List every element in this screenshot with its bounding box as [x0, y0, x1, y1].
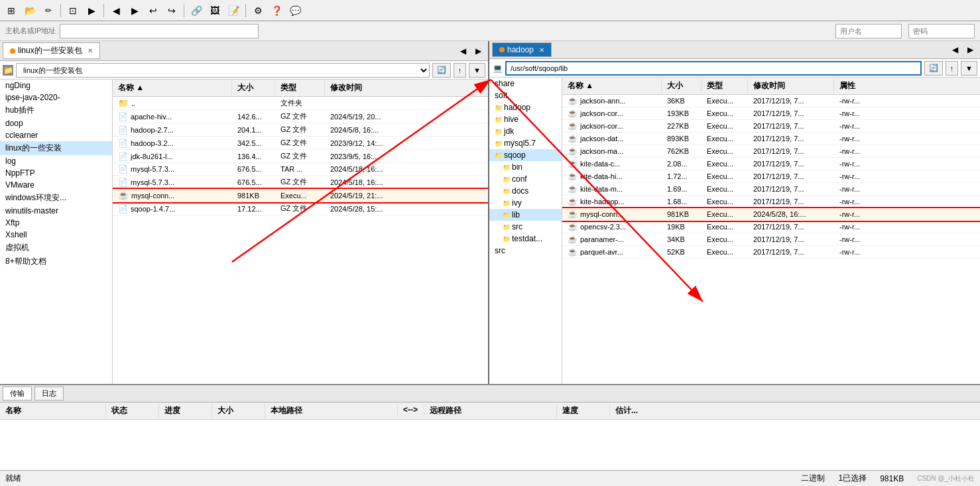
right-tab-active[interactable]: hadoop ✕: [492, 42, 552, 57]
left-sidebar-item-log[interactable]: log: [0, 155, 112, 167]
right-file-row-parquet[interactable]: ☕parquet-avr... 52KB Execu... 2017/12/19…: [562, 246, 980, 259]
toolbar-btn-connect[interactable]: ↪: [163, 2, 180, 19]
toolbar-btn-open[interactable]: 📂: [21, 2, 38, 19]
left-sidebar-item-xshell[interactable]: Xshell: [0, 229, 112, 241]
toolbar-btn-play[interactable]: ▶: [83, 2, 100, 19]
left-sidebar-item-vmware[interactable]: VMware: [0, 179, 112, 191]
toolbar-btn-link[interactable]: 🔗: [188, 2, 205, 19]
right-file-row-kite-data-m[interactable]: ☕kite-data-m... 1.69... Execu... 2017/12…: [562, 183, 980, 196]
toolbar-btn-refresh[interactable]: ↩: [145, 2, 162, 19]
right-path-menu[interactable]: ▼: [961, 61, 977, 76]
left-sidebar-item-linux[interactable]: linux的一些安装: [0, 141, 112, 155]
right-sidebar-soft[interactable]: soft: [489, 90, 562, 101]
right-sidebar-src2[interactable]: src: [489, 245, 562, 257]
right-file-row-paranamer[interactable]: ☕paranamer-... 34KB Execu... 2017/12/19,…: [562, 233, 980, 246]
left-path-dropdown[interactable]: linux的一些安装包: [16, 63, 430, 78]
right-sidebar-jdk[interactable]: 📁jdk: [489, 125, 562, 137]
right-col-modified[interactable]: 修改时间: [748, 79, 834, 93]
left-file-row-mysql-conn[interactable]: ☕mysql-conn... 981KB Execu... 2024/5/19,…: [113, 189, 488, 202]
transfer-tab-transfer[interactable]: 传输: [3, 387, 32, 400]
left-path-up[interactable]: ↑: [454, 63, 467, 78]
toolbar-btn-back[interactable]: ◀: [107, 2, 125, 19]
left-sidebar-item-vm[interactable]: 虚拟机: [0, 241, 112, 255]
right-file-row-jackson-cor1[interactable]: ☕jackson-cor... 193KB Execu... 2017/12/1…: [562, 107, 980, 120]
right-sidebar-share[interactable]: share: [489, 78, 562, 90]
right-sidebar-conf[interactable]: 📁conf: [489, 173, 562, 185]
left-file-row-hadoop32[interactable]: 📄hadoop-3.2... 342.5... GZ 文件 2023/9/12,…: [113, 137, 488, 150]
left-sidebar-item-hub[interactable]: hub插件: [0, 103, 112, 117]
right-file-row-jackson-dat[interactable]: ☕jackson-dat... 893KB Execu... 2017/12/1…: [562, 133, 980, 145]
right-sidebar-mysql57[interactable]: 📁mysql5.7: [489, 137, 562, 149]
right-path-input[interactable]: [505, 61, 922, 76]
left-col-type[interactable]: 类型: [275, 81, 325, 95]
left-file-row-hadoop27[interactable]: 📄hadoop-2.7... 204.1... GZ 文件 2024/5/8, …: [113, 123, 488, 137]
right-sidebar[interactable]: share soft 📁hadoop 📁hive 📁jdk 📁mysql5.7 …: [489, 78, 562, 384]
main-toolbar: ⊞ 📂 ✏ ⊡ ▶ ◀ ▶ ↩ ↪ 🔗 🖼 📝 ⚙ ❓ 💬: [0, 0, 980, 21]
toolbar-btn-chat[interactable]: 💬: [286, 2, 304, 19]
transfer-tab-log[interactable]: 日志: [34, 387, 64, 400]
left-path-menu[interactable]: ▼: [469, 63, 485, 78]
right-sidebar-testdat[interactable]: 📁testdat...: [489, 233, 562, 245]
right-file-row-kite-data-c[interactable]: ☕kite-data-c... 2.08... Execu... 2017/12…: [562, 158, 980, 170]
right-path-refresh[interactable]: 🔄: [924, 61, 943, 76]
left-sidebar-item-ngding[interactable]: ngDing: [0, 80, 112, 91]
right-file-row-kite-data-hi[interactable]: ☕kite-data-hi... 1.72... Execu... 2017/1…: [562, 170, 980, 183]
left-file-row-mysql-gz[interactable]: 📄mysql-5.7.3... 676.5... GZ 文件 2024/5/18…: [113, 176, 488, 189]
right-sidebar-src[interactable]: 📁src: [489, 221, 562, 233]
right-col-attr[interactable]: 属性: [834, 79, 861, 93]
left-sidebar-item-doop[interactable]: doop: [0, 117, 112, 129]
right-sidebar-ivy[interactable]: 📁ivy: [489, 197, 562, 209]
toolbar-btn-new[interactable]: ⊞: [3, 2, 20, 19]
right-file-row-jackson-cor2[interactable]: ☕jackson-cor... 227KB Execu... 2017/12/1…: [562, 120, 980, 133]
toolbar-btn-edit[interactable]: ✏: [40, 2, 57, 19]
left-path-refresh[interactable]: 🔄: [432, 63, 451, 78]
left-file-row-sqoop[interactable]: 📄sqoop-1.4.7... 17.12... GZ 文件 2024/5/28…: [113, 202, 488, 215]
left-sidebar-item-ipse[interactable]: ipse-java-2020-: [0, 91, 112, 103]
right-sidebar-lib[interactable]: 📁lib: [489, 209, 562, 221]
right-nav-prev[interactable]: ◀: [948, 44, 962, 56]
right-path-up[interactable]: ↑: [946, 61, 959, 76]
right-nav-next[interactable]: ▶: [963, 44, 977, 56]
right-sidebar-hive[interactable]: 📁hive: [489, 113, 562, 125]
left-col-size[interactable]: 大小: [232, 81, 275, 95]
right-sidebar-docs[interactable]: 📁docs: [489, 185, 562, 197]
left-file-row-dotdot[interactable]: 📁.. 文件夹: [113, 97, 488, 110]
left-tab-active[interactable]: linux的一些安装包 ✕: [3, 42, 100, 59]
left-file-row-apache-hiv[interactable]: 📄apache-hiv... 142.6... GZ 文件 2024/5/19,…: [113, 110, 488, 123]
right-file-row-kite-hadoop[interactable]: ☕kite-hadoop... 1.68... Execu... 2017/12…: [562, 196, 980, 208]
right-col-name[interactable]: 名称 ▲: [562, 79, 662, 93]
toolbar-btn-sync[interactable]: ⊡: [64, 2, 82, 19]
right-file-row-jackson-ma[interactable]: ☕jackson-ma... 762KB Execu... 2017/12/19…: [562, 145, 980, 158]
right-col-size[interactable]: 大小: [662, 79, 702, 93]
left-nav-next[interactable]: ▶: [471, 45, 485, 57]
left-sidebar-item-windows[interactable]: windows环境安...: [0, 191, 112, 205]
host-input[interactable]: [60, 24, 259, 38]
left-col-name[interactable]: 名称 ▲: [113, 81, 232, 95]
toolbar-btn-notepad[interactable]: 📝: [225, 2, 242, 19]
left-tab-close[interactable]: ✕: [88, 47, 93, 54]
left-sidebar-item-winutils[interactable]: winutils-master: [0, 205, 112, 217]
left-sidebar-item-xftp[interactable]: Xftp: [0, 217, 112, 229]
username-input[interactable]: [835, 24, 902, 38]
right-sidebar-bin[interactable]: 📁bin: [489, 161, 562, 173]
left-sidebar[interactable]: ngDing ipse-java-2020- hub插件 doop cclear…: [0, 80, 113, 384]
right-sidebar-hadoop[interactable]: 📁hadoop: [489, 101, 562, 113]
left-file-row-jdk[interactable]: 📄jdk-8u261-l... 136.4... GZ 文件 2023/9/5,…: [113, 150, 488, 163]
left-col-modified[interactable]: 修改时间: [325, 81, 367, 95]
left-sidebar-item-nppftp[interactable]: NppFTP: [0, 167, 112, 179]
toolbar-btn-help[interactable]: ❓: [268, 2, 285, 19]
left-sidebar-item-cclearner[interactable]: cclearner: [0, 129, 112, 141]
right-sidebar-sqoop[interactable]: 📁sqoop: [489, 149, 562, 161]
right-file-row-opencsv[interactable]: ☕opencsv-2.3... 19KB Execu... 2017/12/19…: [562, 221, 980, 233]
right-file-row-jackson-ann[interactable]: ☕jackson-ann... 36KB Execu... 2017/12/19…: [562, 95, 980, 107]
toolbar-btn-forward[interactable]: ▶: [126, 2, 143, 19]
password-input[interactable]: [908, 24, 975, 38]
right-file-row-mysql-conn[interactable]: ☕mysql-conn... 981KB Execu... 2024/5/28,…: [562, 208, 980, 221]
left-nav-prev[interactable]: ◀: [456, 45, 470, 57]
right-tab-close[interactable]: ✕: [539, 46, 544, 54]
left-file-row-mysql-tar[interactable]: 📄mysql-5.7.3... 676.5... TAR ... 2024/5/…: [113, 163, 488, 176]
toolbar-btn-image[interactable]: 🖼: [206, 2, 223, 19]
left-sidebar-item-help[interactable]: 8+帮助文档: [0, 255, 112, 269]
toolbar-btn-settings[interactable]: ⚙: [249, 2, 267, 19]
right-col-type[interactable]: 类型: [702, 79, 748, 93]
